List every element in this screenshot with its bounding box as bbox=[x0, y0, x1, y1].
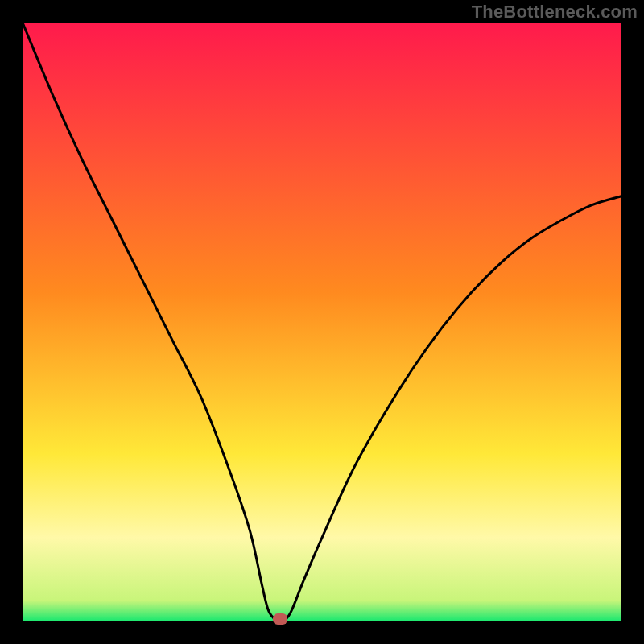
minimum-marker-icon bbox=[273, 613, 287, 625]
bottleneck-curve bbox=[23, 23, 621, 621]
watermark-text: TheBottleneck.com bbox=[472, 2, 638, 23]
plot-area bbox=[23, 23, 621, 621]
chart-frame: TheBottleneck.com bbox=[0, 0, 644, 644]
